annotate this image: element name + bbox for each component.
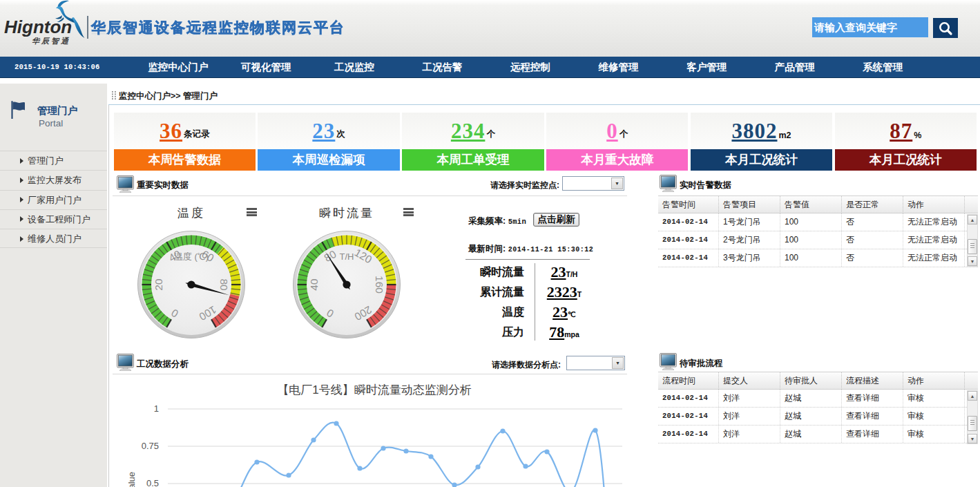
svg-text:0.75: 0.75 — [142, 441, 159, 451]
svg-text:T/H: T/H — [340, 251, 354, 262]
svg-text:温度 (℃): 温度 (℃) — [174, 251, 209, 262]
svg-text:40: 40 — [308, 278, 320, 291]
svg-text:160: 160 — [374, 276, 385, 294]
svg-text:0.5: 0.5 — [146, 478, 159, 487]
svg-text:20: 20 — [153, 278, 164, 291]
svg-text:80: 80 — [218, 278, 230, 291]
svg-text:1: 1 — [154, 403, 159, 414]
